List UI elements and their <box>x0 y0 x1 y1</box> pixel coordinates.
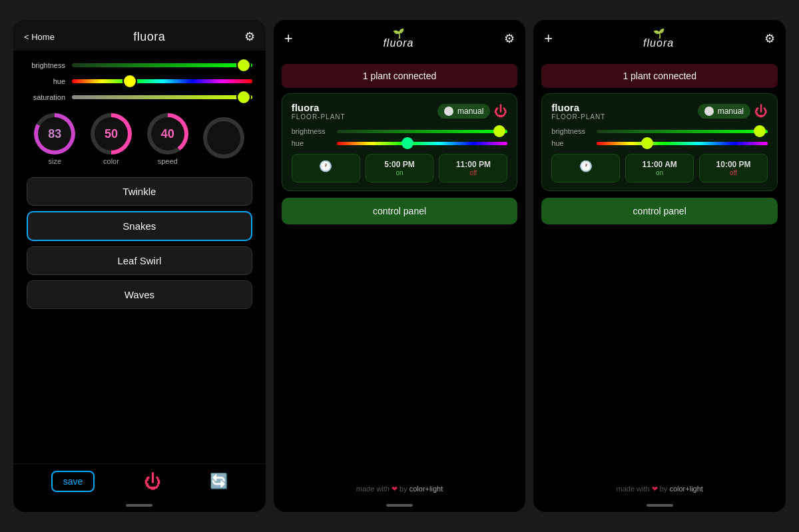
card-brightness-label-3: brightness <box>551 127 591 135</box>
screen2-header: + 🌱 fluora ⚙ <box>274 20 526 57</box>
logo-text-3: fluora <box>643 37 674 49</box>
add-icon[interactable]: + <box>284 30 293 47</box>
schedule-clock-btn-3[interactable]: 🕐 <box>551 154 620 182</box>
card-hue-thumb-3[interactable] <box>641 137 653 149</box>
home-indicator-3 <box>647 504 673 507</box>
brightness-label: brightness <box>27 61 65 69</box>
screen1-title: fluora <box>133 30 165 44</box>
dial-size-value: 83 <box>48 127 61 141</box>
dial-size-label: size <box>49 157 62 165</box>
screen1-footer: save ⏻ 🔄 <box>13 463 266 501</box>
control-panel-btn-3[interactable]: control panel <box>541 198 778 224</box>
add-icon-3[interactable]: + <box>544 30 553 47</box>
power-icon[interactable]: ⏻ <box>144 471 161 492</box>
control-panel-btn-2[interactable]: control panel <box>282 198 518 224</box>
schedule-off-btn-2[interactable]: 11:00 PM off <box>439 154 507 182</box>
brightness-slider-row: brightness <box>27 61 252 69</box>
saturation-track[interactable] <box>72 95 252 99</box>
heart-icon-2: ❤ <box>392 485 398 493</box>
mode-leaf-swirl[interactable]: Leaf Swirl <box>27 246 252 275</box>
card-brightness-thumb-3[interactable] <box>754 125 766 137</box>
plant-name-2: fluora <box>292 102 346 113</box>
on-status-3: on <box>629 169 690 176</box>
toggle-dot-3 <box>704 107 714 116</box>
on-time-2: 5:00 PM <box>369 160 431 169</box>
gear-icon-2[interactable]: ⚙ <box>504 31 515 46</box>
schedule-row-3: 🕐 11:00 AM on 10:00 PM off <box>551 154 768 182</box>
gear-icon[interactable]: ⚙ <box>244 29 255 44</box>
plant-type-3: FLOOR-PLANT <box>551 113 605 121</box>
card-brightness-thumb-2[interactable] <box>493 125 505 137</box>
dial-size[interactable]: 83 size <box>34 113 75 165</box>
card-hue-track-3[interactable] <box>597 142 768 145</box>
card-hue-thumb-2[interactable] <box>401 137 413 149</box>
saturation-label: saturation <box>27 93 65 101</box>
hue-label: hue <box>27 77 65 85</box>
dial-color-label: color <box>103 157 119 165</box>
card-hue-track-2[interactable] <box>337 142 508 145</box>
toggle-label-2: manual <box>457 107 483 116</box>
back-button[interactable]: < Home <box>24 32 55 42</box>
power-button-3[interactable]: ⏻ <box>754 104 768 119</box>
mode-waves[interactable]: Waves <box>27 280 252 309</box>
schedule-on-btn-2[interactable]: 5:00 PM on <box>366 154 434 182</box>
fluora-logo-3: 🌱 fluora <box>643 28 674 49</box>
saturation-thumb[interactable] <box>236 90 251 105</box>
dial-speed-label: speed <box>158 157 178 165</box>
mode-buttons: Twinkle Snakes Leaf Swirl Waves <box>27 177 252 453</box>
manual-toggle-2[interactable]: manual <box>437 104 490 119</box>
plant-info-3: fluora FLOOR-PLANT <box>551 102 605 121</box>
schedule-off-btn-3[interactable]: 10:00 PM off <box>699 154 768 182</box>
off-status-3: off <box>702 169 764 176</box>
screen1-header: < Home fluora ⚙ <box>13 20 266 51</box>
mode-twinkle[interactable]: Twinkle <box>27 177 252 206</box>
dials-row: 83 size 50 color 40 speed <box>27 113 252 165</box>
plant-card-header-3: fluora FLOOR-PLANT manual ⏻ <box>551 102 768 121</box>
mode-snakes[interactable]: Snakes <box>27 211 252 241</box>
brightness-thumb[interactable] <box>236 58 251 73</box>
screen3-header: + 🌱 fluora ⚙ <box>533 20 786 57</box>
clock-icon-2: 🕐 <box>295 160 357 172</box>
screen-1: < Home fluora ⚙ brightness hue saturati <box>13 20 266 512</box>
footer-brand-2: color+light <box>409 485 443 493</box>
power-button-2[interactable]: ⏻ <box>494 104 507 119</box>
off-status-2: off <box>442 169 504 176</box>
card-brightness-track-2[interactable] <box>337 130 508 133</box>
hue-thumb[interactable] <box>123 74 137 89</box>
brightness-track[interactable] <box>72 63 252 67</box>
hue-track[interactable] <box>72 79 252 83</box>
schedule-clock-btn-2[interactable]: 🕐 <box>292 154 360 182</box>
on-time-3: 11:00 AM <box>629 160 690 169</box>
card-hue-label-3: hue <box>551 139 591 147</box>
plant-card-2: fluora FLOOR-PLANT manual ⏻ brightness <box>282 93 518 191</box>
off-time-2: 11:00 PM <box>442 160 504 169</box>
card-brightness-label-2: brightness <box>292 127 332 135</box>
saturation-slider-row: saturation <box>27 93 252 101</box>
card-brightness-track-3[interactable] <box>597 130 768 133</box>
home-indicator-2 <box>386 504 413 507</box>
footer-brand-3: color+light <box>669 485 702 493</box>
screen-3: + 🌱 fluora ⚙ 1 plant connected fluora FL… <box>533 20 786 512</box>
clock-icon-3: 🕐 <box>555 160 617 172</box>
home-indicator <box>126 504 152 507</box>
gear-icon-3[interactable]: ⚙ <box>764 31 775 46</box>
toggle-label-3: manual <box>718 107 744 116</box>
card-hue-row-2: hue <box>292 139 508 147</box>
off-time-3: 10:00 PM <box>702 160 764 169</box>
save-button[interactable]: save <box>51 471 95 492</box>
manual-toggle-3[interactable]: manual <box>698 104 750 119</box>
connected-banner-3: 1 plant connected <box>541 64 778 88</box>
schedule-on-btn-3[interactable]: 11:00 AM on <box>625 154 694 182</box>
logo-text: fluora <box>383 37 413 49</box>
refresh-icon[interactable]: 🔄 <box>210 473 228 490</box>
plant-info-2: fluora FLOOR-PLANT <box>292 102 346 121</box>
card-brightness-row-2: brightness <box>292 127 508 135</box>
connected-banner: 1 plant connected <box>282 64 518 88</box>
dial-speed[interactable]: 40 speed <box>147 113 188 165</box>
toggle-group-2: manual ⏻ <box>437 104 507 119</box>
dial-color[interactable]: 50 color <box>91 113 132 165</box>
heart-icon-3: ❤ <box>652 485 658 493</box>
plant-type-2: FLOOR-PLANT <box>292 113 346 121</box>
card-hue-label-2: hue <box>292 139 332 147</box>
hue-slider-row: hue <box>27 77 252 85</box>
